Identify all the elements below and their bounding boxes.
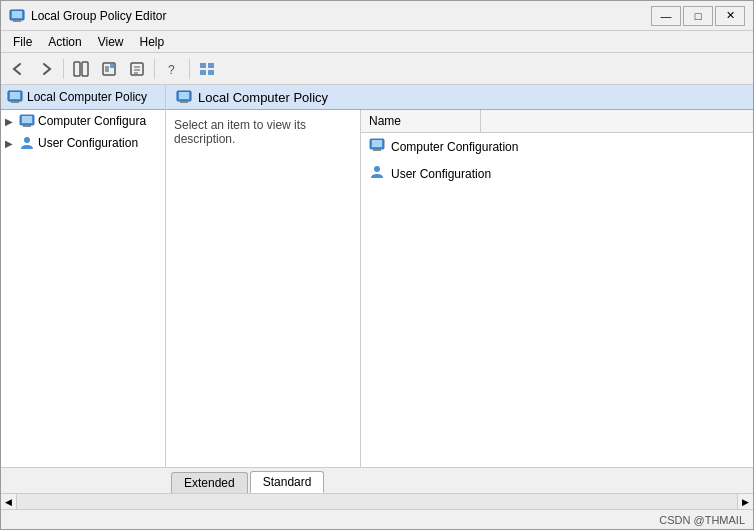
svg-rect-21	[22, 116, 32, 123]
svg-text:?: ?	[168, 63, 175, 77]
tree-root-label: Local Computer Policy	[27, 90, 147, 104]
svg-rect-26	[180, 101, 188, 103]
main-area: Local Computer Policy ▶ Computer Configu…	[1, 85, 753, 467]
svg-rect-7	[110, 64, 114, 68]
right-content-area: Select an item to view its description. …	[166, 110, 753, 467]
svg-rect-15	[200, 70, 206, 75]
right-panel-header: Local Computer Policy	[166, 85, 753, 110]
status-text: CSDN @THMAIL	[659, 514, 745, 526]
svg-rect-28	[372, 140, 382, 147]
list-label-computer-config: Computer Configuration	[391, 140, 518, 154]
list-label-user-config: User Configuration	[391, 167, 491, 181]
right-panel: Local Computer Policy Select an item to …	[166, 85, 753, 467]
svg-rect-6	[105, 66, 109, 72]
tree-item-user-config[interactable]: ▶ User Configuration	[1, 132, 165, 154]
app-icon	[9, 8, 25, 24]
computer-config-icon	[19, 113, 35, 129]
svg-rect-14	[208, 63, 214, 68]
toolbar: ?	[1, 53, 753, 85]
expand-computer-config[interactable]: ▶	[5, 116, 19, 127]
menu-bar: File Action View Help	[1, 31, 753, 53]
list-view-button[interactable]	[194, 57, 220, 81]
status-bar: CSDN @THMAIL	[1, 509, 753, 529]
help-button[interactable]: ?	[159, 57, 185, 81]
svg-rect-19	[10, 92, 20, 99]
up-button[interactable]	[96, 57, 122, 81]
toolbar-separator-2	[154, 59, 155, 79]
tree-header: Local Computer Policy	[1, 85, 165, 110]
minimize-button[interactable]: —	[651, 6, 681, 26]
svg-rect-1	[13, 20, 21, 22]
scroll-left-button[interactable]: ◀	[1, 494, 17, 510]
list-row-computer-config[interactable]: Computer Configuration	[361, 133, 753, 160]
svg-rect-13	[200, 63, 206, 68]
svg-point-23	[24, 137, 30, 143]
user-config-icon	[19, 135, 35, 151]
svg-rect-2	[12, 11, 22, 18]
properties-button[interactable]	[124, 57, 150, 81]
list-column-headers: Name	[361, 110, 753, 133]
tree-header-icon	[7, 89, 23, 105]
column-name[interactable]: Name	[361, 110, 481, 132]
tab-extended[interactable]: Extended	[171, 472, 248, 493]
show-hide-tree-button[interactable]	[68, 57, 94, 81]
menu-action[interactable]: Action	[40, 33, 89, 51]
tree-item-computer-config[interactable]: ▶ Computer Configura	[1, 110, 165, 132]
svg-rect-3	[74, 62, 80, 76]
bottom-area: Extended Standard ◀ ▶	[1, 467, 753, 509]
close-button[interactable]: ✕	[715, 6, 745, 26]
svg-rect-29	[373, 149, 381, 151]
menu-file[interactable]: File	[5, 33, 40, 51]
tree-label-user-config: User Configuration	[38, 136, 138, 150]
svg-rect-4	[82, 62, 88, 76]
svg-rect-16	[208, 70, 214, 75]
right-header-icon	[176, 89, 192, 105]
title-bar: Local Group Policy Editor — □ ✕	[1, 1, 753, 31]
toolbar-separator-1	[63, 59, 64, 79]
tree-panel: Local Computer Policy ▶ Computer Configu…	[1, 85, 166, 467]
list-row-user-config[interactable]: User Configuration	[361, 160, 753, 187]
list-panel: Name Computer Configuration	[361, 110, 753, 467]
main-window: Local Group Policy Editor — □ ✕ File Act…	[0, 0, 754, 530]
window-controls: — □ ✕	[651, 6, 745, 26]
svg-rect-25	[179, 92, 189, 99]
svg-point-30	[374, 166, 380, 172]
expand-user-config[interactable]: ▶	[5, 138, 19, 149]
svg-rect-18	[11, 101, 19, 103]
svg-rect-22	[23, 125, 31, 127]
scroll-track	[17, 494, 737, 510]
back-button[interactable]	[5, 57, 31, 81]
window-title: Local Group Policy Editor	[31, 9, 651, 23]
horizontal-scrollbar[interactable]: ◀ ▶	[1, 493, 753, 509]
forward-button[interactable]	[33, 57, 59, 81]
maximize-button[interactable]: □	[683, 6, 713, 26]
description-text: Select an item to view its description.	[174, 118, 306, 146]
menu-help[interactable]: Help	[132, 33, 173, 51]
menu-view[interactable]: View	[90, 33, 132, 51]
tab-standard[interactable]: Standard	[250, 471, 325, 493]
tree-label-computer-config: Computer Configura	[38, 114, 146, 128]
list-user-icon	[369, 164, 385, 183]
tabs-row: Extended Standard	[1, 468, 753, 493]
right-panel-title: Local Computer Policy	[198, 90, 328, 105]
list-computer-icon	[369, 137, 385, 156]
toolbar-separator-3	[189, 59, 190, 79]
description-panel: Select an item to view its description.	[166, 110, 361, 467]
scroll-right-button[interactable]: ▶	[737, 494, 753, 510]
